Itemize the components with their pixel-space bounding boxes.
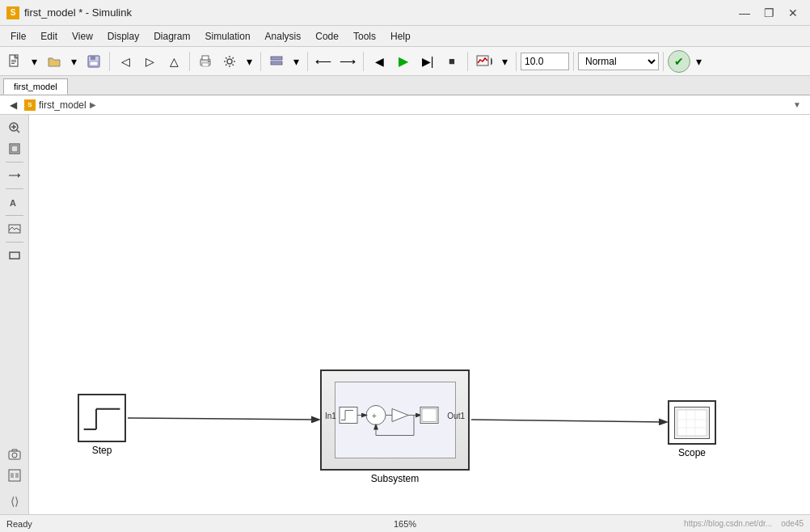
zoom-area-button[interactable] <box>4 466 25 485</box>
svg-rect-9 <box>202 56 209 60</box>
svg-marker-42 <box>392 409 408 422</box>
window-title: first_model * - Simulink <box>24 6 734 19</box>
step-waveform <box>79 395 124 441</box>
subsystem-in-label: In1 <box>325 412 336 420</box>
redo-button[interactable]: ▷ <box>138 50 161 73</box>
breadcrumb-model-name: first_model <box>39 99 86 111</box>
menu-file[interactable]: File <box>3 28 33 44</box>
expand-arrows[interactable]: ⟨⟩ <box>7 492 22 511</box>
svg-rect-32 <box>15 473 19 478</box>
menu-simulation[interactable]: Simulation <box>198 28 258 44</box>
svg-rect-22 <box>11 146 18 152</box>
zoom-fit-button[interactable] <box>4 139 25 158</box>
save-button[interactable] <box>82 50 105 73</box>
svg-rect-14 <box>271 61 282 65</box>
app-icon: S <box>6 6 19 19</box>
svg-rect-7 <box>90 61 98 65</box>
up-button[interactable]: △ <box>162 50 185 73</box>
menu-display[interactable]: Display <box>100 28 146 44</box>
svg-rect-4 <box>11 63 15 64</box>
block-step-label: Step <box>78 445 126 456</box>
menu-edit[interactable]: Edit <box>33 28 65 44</box>
signal-button[interactable] <box>4 166 25 185</box>
close-button[interactable]: ✕ <box>783 5 804 21</box>
breadcrumb-arrow: ▶ <box>90 100 96 109</box>
status-check-button[interactable]: ✔ <box>668 50 690 73</box>
settings-dropdown[interactable]: ▾ <box>243 50 256 73</box>
scope-dropdown[interactable]: ▾ <box>498 50 512 73</box>
open-dropdown[interactable]: ▾ <box>67 50 81 73</box>
breadcrumb-back-button[interactable]: ◀ <box>5 98 21 112</box>
undo-button[interactable]: ◁ <box>114 50 137 73</box>
menu-tools[interactable]: Tools <box>346 28 383 44</box>
breadcrumb-dropdown-button[interactable]: ▼ <box>789 98 805 112</box>
block-subsystem-label: Subsystem <box>320 473 470 484</box>
svg-rect-48 <box>675 407 709 438</box>
stop-button[interactable]: ■ <box>441 50 463 73</box>
svg-rect-2 <box>11 60 16 61</box>
window-controls: — ❐ ✕ <box>734 5 804 21</box>
svg-line-35 <box>471 420 666 422</box>
svg-rect-10 <box>202 63 209 66</box>
title-bar: S first_model * - Simulink — ❐ ✕ <box>0 0 810 26</box>
menu-analysis[interactable]: Analysis <box>258 28 309 44</box>
breadcrumb-icon: S <box>24 99 36 111</box>
menu-diagram[interactable]: Diagram <box>146 28 197 44</box>
step-back-button[interactable]: ◀ <box>368 50 390 73</box>
status-dropdown[interactable]: ▾ <box>692 50 706 73</box>
toolbar: ▾ ▾ ◁ ▷ △ ▾ ▾ ⟵ ⟶ ◀ ▶ ▶| ■ ▾ Normal Acce… <box>0 47 810 76</box>
svg-rect-27 <box>10 252 19 259</box>
status-ready: Ready <box>6 519 272 529</box>
status-zoom: 165% <box>272 519 538 529</box>
menu-view[interactable]: View <box>65 28 100 44</box>
svg-point-12 <box>227 59 232 64</box>
scope-button[interactable] <box>472 50 496 73</box>
new-button[interactable] <box>3 50 26 73</box>
block-subsystem[interactable]: + In1 Out1 <box>320 369 470 471</box>
svg-rect-39 <box>340 407 357 424</box>
svg-rect-46 <box>420 407 438 424</box>
camera-button[interactable] <box>4 445 25 464</box>
block-step[interactable] <box>78 394 126 442</box>
svg-rect-6 <box>91 56 95 60</box>
svg-text:A: A <box>10 198 16 208</box>
menu-help[interactable]: Help <box>383 28 418 44</box>
scope-display <box>675 407 709 438</box>
tabs-bar: first_model <box>0 76 810 95</box>
svg-rect-31 <box>11 473 14 478</box>
play-button[interactable]: ▶ <box>392 50 415 73</box>
restore-button[interactable]: ❐ <box>758 5 779 21</box>
new-dropdown[interactable]: ▾ <box>27 50 41 73</box>
left-toolbar: A ⟨⟩ <box>0 115 29 514</box>
signal-fwd[interactable]: ⟶ <box>336 50 359 73</box>
status-solver: ode45 <box>781 519 804 528</box>
tab-first-model[interactable]: first_model <box>3 78 68 95</box>
subsystem-diagram: + <box>335 382 455 458</box>
svg-point-40 <box>366 406 386 425</box>
status-right: https://blog.csdn.net/dr... ode45 <box>538 519 804 528</box>
block-scope-label: Scope <box>668 447 716 458</box>
status-bar: Ready 165% https://blog.csdn.net/dr... o… <box>0 514 810 532</box>
sim-time-input[interactable] <box>521 53 569 70</box>
zoom-in-button[interactable] <box>4 118 25 137</box>
status-watermark: https://blog.csdn.net/dr... <box>684 519 772 528</box>
settings-button[interactable] <box>218 50 241 73</box>
layout-dropdown[interactable]: ▾ <box>289 50 303 73</box>
step-forward-button[interactable]: ▶| <box>416 50 439 73</box>
sim-mode-select[interactable]: Normal Accelerator Rapid Accelerator <box>578 53 659 70</box>
text-button[interactable]: A <box>4 192 25 212</box>
svg-line-34 <box>128 418 319 420</box>
open-button[interactable] <box>43 50 65 73</box>
menu-bar: File Edit View Display Diagram Simulatio… <box>0 26 810 47</box>
rect-button[interactable] <box>4 246 25 265</box>
minimize-button[interactable]: — <box>734 5 755 21</box>
canvas[interactable]: Step + <box>29 115 810 514</box>
block-scope[interactable] <box>668 400 716 445</box>
svg-marker-24 <box>18 173 20 178</box>
layout-button[interactable] <box>265 50 288 73</box>
subsystem-inner: + <box>335 382 456 458</box>
menu-code[interactable]: Code <box>308 28 346 44</box>
image-button[interactable] <box>4 219 25 239</box>
signal-back[interactable]: ⟵ <box>312 50 335 73</box>
print-button[interactable] <box>194 50 217 73</box>
